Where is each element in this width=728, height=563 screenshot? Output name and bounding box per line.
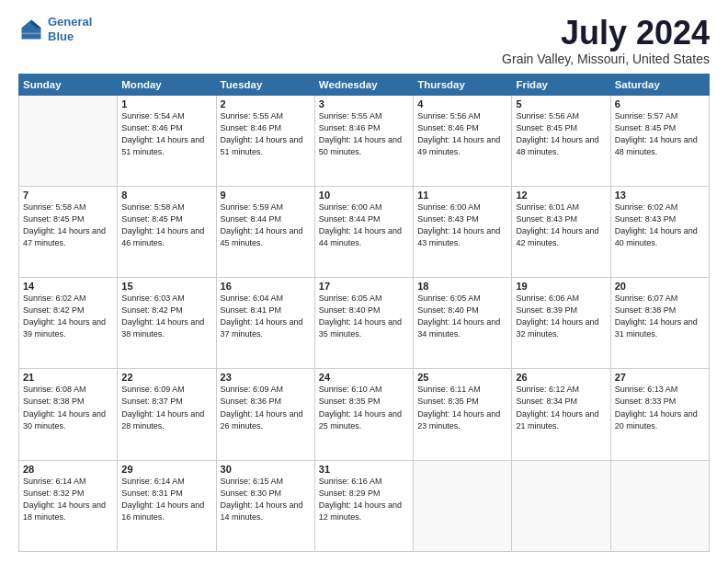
subtitle: Grain Valley, Missouri, United States [502,52,710,66]
day-info: Sunrise: 5:59 AMSunset: 8:44 PMDaylight:… [221,201,311,249]
calendar-cell: 30Sunrise: 6:15 AMSunset: 8:30 PMDayligh… [216,460,314,551]
day-info: Sunrise: 5:55 AMSunset: 8:46 PMDaylight:… [319,110,409,158]
calendar-cell: 1Sunrise: 5:54 AMSunset: 8:46 PMDaylight… [118,95,216,186]
day-number: 9 [221,190,311,201]
calendar-cell: 31Sunrise: 6:16 AMSunset: 8:29 PMDayligh… [314,460,413,551]
calendar-cell: 7Sunrise: 5:58 AMSunset: 8:45 PMDaylight… [19,186,118,277]
day-number: 14 [23,281,113,292]
day-number: 16 [221,281,311,292]
day-number: 25 [417,372,507,383]
calendar-cell: 26Sunrise: 6:12 AMSunset: 8:34 PMDayligh… [512,369,610,460]
weekday-header-friday: Friday [512,74,610,95]
weekday-header-wednesday: Wednesday [314,74,413,95]
weekday-header-row: SundayMondayTuesdayWednesdayThursdayFrid… [19,74,710,95]
day-info: Sunrise: 6:02 AMSunset: 8:42 PMDaylight:… [23,293,113,340]
logo-line1: General [48,15,92,29]
day-number: 13 [615,190,705,201]
calendar-cell: 8Sunrise: 5:58 AMSunset: 8:45 PMDaylight… [118,186,216,277]
week-row-1: 1Sunrise: 5:54 AMSunset: 8:46 PMDaylight… [19,95,710,186]
weekday-header-thursday: Thursday [414,74,512,95]
day-number: 7 [23,190,113,201]
day-number: 21 [23,372,113,383]
calendar-cell: 22Sunrise: 6:09 AMSunset: 8:37 PMDayligh… [118,369,216,460]
day-number: 4 [417,98,507,109]
day-number: 11 [417,190,507,201]
calendar-cell: 18Sunrise: 6:05 AMSunset: 8:40 PMDayligh… [414,278,512,369]
day-info: Sunrise: 6:06 AMSunset: 8:39 PMDaylight:… [516,293,606,340]
calendar-cell: 21Sunrise: 6:08 AMSunset: 8:38 PMDayligh… [19,369,118,460]
day-number: 23 [221,372,311,383]
day-info: Sunrise: 6:09 AMSunset: 8:36 PMDaylight:… [221,384,311,431]
day-number: 17 [319,281,409,292]
day-number: 3 [319,98,409,109]
calendar-cell: 25Sunrise: 6:11 AMSunset: 8:35 PMDayligh… [414,369,512,460]
weekday-header-tuesday: Tuesday [216,74,314,95]
week-row-4: 21Sunrise: 6:08 AMSunset: 8:38 PMDayligh… [19,369,710,460]
day-info: Sunrise: 6:15 AMSunset: 8:30 PMDaylight:… [221,476,311,523]
calendar-cell: 15Sunrise: 6:03 AMSunset: 8:42 PMDayligh… [118,278,216,369]
day-info: Sunrise: 5:54 AMSunset: 8:46 PMDaylight:… [121,110,211,158]
day-info: Sunrise: 6:05 AMSunset: 8:40 PMDaylight:… [417,293,507,340]
day-number: 15 [121,281,211,292]
day-info: Sunrise: 6:09 AMSunset: 8:37 PMDaylight:… [121,384,211,431]
day-number: 5 [516,98,606,109]
day-info: Sunrise: 6:10 AMSunset: 8:35 PMDaylight:… [319,384,409,431]
day-info: Sunrise: 6:14 AMSunset: 8:32 PMDaylight:… [23,476,113,523]
header: General Blue July 2024 Grain Valley, Mis… [18,15,710,66]
day-info: Sunrise: 5:58 AMSunset: 8:45 PMDaylight:… [121,201,211,249]
calendar-cell: 4Sunrise: 5:56 AMSunset: 8:46 PMDaylight… [414,95,512,186]
calendar-cell [19,95,118,186]
calendar-cell: 5Sunrise: 5:56 AMSunset: 8:45 PMDaylight… [512,95,610,186]
calendar-cell: 29Sunrise: 6:14 AMSunset: 8:31 PMDayligh… [118,460,216,551]
day-number: 2 [221,98,311,109]
day-info: Sunrise: 5:56 AMSunset: 8:46 PMDaylight:… [417,110,507,158]
calendar-cell [610,460,709,551]
day-number: 8 [121,190,211,201]
calendar-table: SundayMondayTuesdayWednesdayThursdayFrid… [18,74,710,552]
day-number: 18 [417,281,507,292]
logo-line2: Blue [48,29,74,43]
week-row-5: 28Sunrise: 6:14 AMSunset: 8:32 PMDayligh… [19,460,710,551]
day-info: Sunrise: 5:57 AMSunset: 8:45 PMDaylight:… [615,110,705,158]
day-info: Sunrise: 6:08 AMSunset: 8:38 PMDaylight:… [23,384,113,431]
day-number: 31 [319,464,409,475]
day-number: 29 [121,464,211,475]
day-info: Sunrise: 6:00 AMSunset: 8:43 PMDaylight:… [417,201,507,249]
calendar-cell: 28Sunrise: 6:14 AMSunset: 8:32 PMDayligh… [19,460,118,551]
day-number: 27 [615,372,705,383]
day-info: Sunrise: 6:13 AMSunset: 8:33 PMDaylight:… [615,384,705,431]
calendar-cell: 6Sunrise: 5:57 AMSunset: 8:45 PMDaylight… [610,95,709,186]
day-info: Sunrise: 6:04 AMSunset: 8:41 PMDaylight:… [221,293,311,340]
main-title: July 2024 [502,15,710,52]
day-number: 1 [121,98,211,109]
day-number: 20 [615,281,705,292]
page: General Blue July 2024 Grain Valley, Mis… [0,0,728,563]
day-number: 30 [221,464,311,475]
calendar-cell: 2Sunrise: 5:55 AMSunset: 8:46 PMDaylight… [216,95,314,186]
calendar-cell: 10Sunrise: 6:00 AMSunset: 8:44 PMDayligh… [314,186,413,277]
calendar-cell: 3Sunrise: 5:55 AMSunset: 8:46 PMDaylight… [314,95,413,186]
calendar-cell: 19Sunrise: 6:06 AMSunset: 8:39 PMDayligh… [512,278,610,369]
day-info: Sunrise: 6:12 AMSunset: 8:34 PMDaylight:… [516,384,606,431]
calendar-cell: 16Sunrise: 6:04 AMSunset: 8:41 PMDayligh… [216,278,314,369]
day-number: 28 [23,464,113,475]
day-info: Sunrise: 6:16 AMSunset: 8:29 PMDaylight:… [319,476,409,523]
calendar-cell: 13Sunrise: 6:02 AMSunset: 8:43 PMDayligh… [610,186,709,277]
day-info: Sunrise: 5:58 AMSunset: 8:45 PMDaylight:… [23,201,113,249]
calendar-cell: 12Sunrise: 6:01 AMSunset: 8:43 PMDayligh… [512,186,610,277]
day-info: Sunrise: 5:56 AMSunset: 8:45 PMDaylight:… [516,110,606,158]
calendar-cell [512,460,610,551]
calendar-cell: 24Sunrise: 6:10 AMSunset: 8:35 PMDayligh… [314,369,413,460]
title-block: July 2024 Grain Valley, Missouri, United… [502,15,710,66]
weekday-header-saturday: Saturday [610,74,709,95]
calendar-cell: 23Sunrise: 6:09 AMSunset: 8:36 PMDayligh… [216,369,314,460]
day-number: 22 [121,372,211,383]
calendar-cell: 20Sunrise: 6:07 AMSunset: 8:38 PMDayligh… [610,278,709,369]
day-number: 10 [319,190,409,201]
calendar-cell: 14Sunrise: 6:02 AMSunset: 8:42 PMDayligh… [19,278,118,369]
day-info: Sunrise: 6:00 AMSunset: 8:44 PMDaylight:… [319,201,409,249]
calendar-cell: 11Sunrise: 6:00 AMSunset: 8:43 PMDayligh… [414,186,512,277]
day-info: Sunrise: 6:05 AMSunset: 8:40 PMDaylight:… [319,293,409,340]
logo-icon [18,17,44,42]
day-info: Sunrise: 6:03 AMSunset: 8:42 PMDaylight:… [121,293,211,340]
